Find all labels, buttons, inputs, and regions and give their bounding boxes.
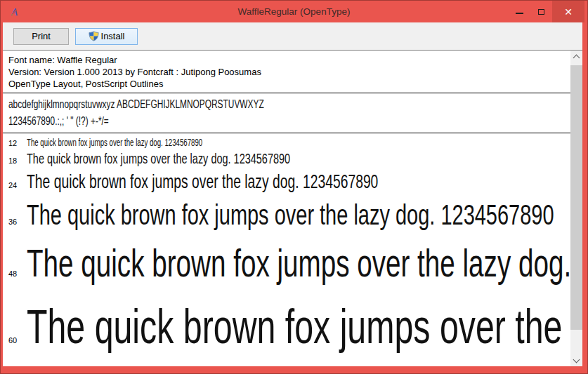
scrollbar-thumb[interactable] xyxy=(570,65,582,330)
sample-row: 60The quick brown fox jumps over the laz… xyxy=(3,298,570,366)
font-viewer-window: A WaffleRegular (OpenType) ✕ Print xyxy=(0,0,588,374)
font-info: Font name: Waffle Regular Version: Versi… xyxy=(3,51,570,91)
close-button[interactable]: ✕ xyxy=(552,1,584,22)
font-outline-line: OpenType Layout, PostScript Outlines xyxy=(8,78,570,90)
sample-row: 12The quick brown fox jumps over the laz… xyxy=(3,137,570,149)
window-controls: ✕ xyxy=(509,1,584,22)
sample-text: The quick brown fox jumps over the lazy … xyxy=(27,240,570,287)
window-title: WaffleRegular (OpenType) xyxy=(238,6,351,17)
font-version-line: Version: Version 1.000 2013 by Fontcraft… xyxy=(8,66,570,78)
print-button[interactable]: Print xyxy=(13,28,69,45)
charset-preview: abcdefghijklmnopqrstuvwxyz ABCDEFGHIJKLM… xyxy=(3,93,570,131)
sample-row: 18The quick brown fox jumps over the laz… xyxy=(3,149,570,170)
install-button[interactable]: Install xyxy=(75,28,138,45)
vertical-scrollbar[interactable] xyxy=(570,51,582,366)
uac-shield-icon xyxy=(89,31,99,41)
sample-rows: 12The quick brown fox jumps over the laz… xyxy=(3,133,570,366)
sample-row: 24The quick brown fox jumps over the laz… xyxy=(3,170,570,197)
sample-size-label: 24 xyxy=(3,173,27,197)
window-body: Print xyxy=(3,22,582,366)
minimize-button[interactable] xyxy=(509,1,530,22)
maximize-icon xyxy=(538,9,544,15)
sample-size-label: 18 xyxy=(3,152,27,170)
sample-row: 36The quick brown fox jumps over the laz… xyxy=(3,197,570,240)
scroll-up-button[interactable] xyxy=(570,51,582,62)
sample-size-label: 48 xyxy=(3,251,27,298)
toolbar: Print xyxy=(3,22,582,51)
minimize-icon xyxy=(516,13,523,14)
sample-text: The quick brown fox jumps over the lazy … xyxy=(27,137,202,149)
sample-text: The quick brown fox jumps over the lazy … xyxy=(27,298,570,356)
sample-text: The quick brown fox jumps over the lazy … xyxy=(27,170,378,194)
sample-text: The quick brown fox jumps over the lazy … xyxy=(27,149,290,167)
font-viewer-app-icon: A xyxy=(10,6,22,18)
sample-size-label: 60 xyxy=(3,311,27,366)
scroll-down-button[interactable] xyxy=(570,354,582,366)
install-button-label: Install xyxy=(101,31,125,41)
titlebar: A WaffleRegular (OpenType) ✕ xyxy=(1,1,587,22)
font-preview-area: Font name: Waffle Regular Version: Versi… xyxy=(3,51,570,366)
sample-size-label: 36 xyxy=(3,204,27,240)
charset-letters: abcdefghijklmnopqrstuvwxyz ABCDEFGHIJKLM… xyxy=(8,96,264,113)
close-icon: ✕ xyxy=(564,7,573,17)
sample-size-label: 12 xyxy=(3,138,27,149)
sample-text: The quick brown fox jumps over the lazy … xyxy=(27,197,554,233)
charset-numerals: 1234567890.:,; ' " (!?) +-*/= xyxy=(8,113,109,130)
sample-row: 48The quick brown fox jumps over the laz… xyxy=(3,240,570,298)
maximize-button[interactable] xyxy=(530,1,552,22)
scroll-up-arrow-icon xyxy=(573,54,580,61)
scroll-down-arrow-icon xyxy=(573,356,580,363)
font-name-line: Font name: Waffle Regular xyxy=(8,54,570,66)
